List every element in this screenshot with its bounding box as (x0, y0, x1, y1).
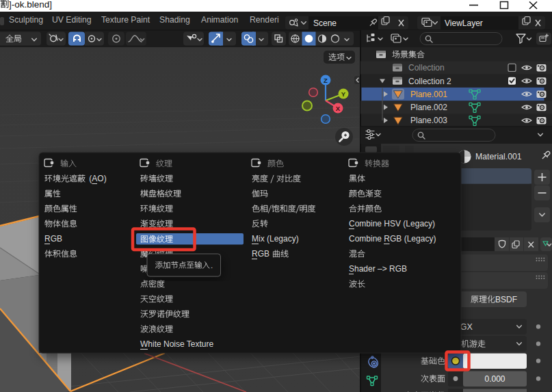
svg-text:UV Editing: UV Editing (52, 15, 92, 25)
svg-text:(AO): (AO) (87, 174, 107, 183)
svg-text:Combine RGB (Legacy): Combine RGB (Legacy) (349, 234, 436, 244)
svg-text:Plane.003: Plane.003 (410, 116, 447, 125)
svg-text:Shader –> RGB: Shader –> RGB (349, 264, 407, 274)
svg-text:X: X (336, 105, 341, 112)
svg-text:White Noise Texture: White Noise Texture (140, 339, 213, 349)
svg-text:Combine HSV (Legacy): Combine HSV (Legacy) (349, 219, 435, 228)
svg-text:Animation: Animation (201, 15, 238, 25)
svg-text:]-ok.blend]: ]-ok.blend] (9, 0, 52, 10)
svg-text:.: . (211, 261, 213, 270)
svg-text:RGB: RGB (44, 234, 62, 244)
svg-text:Material.001: Material.001 (475, 152, 522, 161)
svg-text:Z: Z (324, 77, 328, 84)
svg-text:BSDF: BSDF (495, 295, 517, 304)
svg-text:Scene: Scene (313, 18, 337, 28)
svg-text:Mix (Legacy): Mix (Legacy) (252, 234, 299, 244)
svg-text:Plane.002: Plane.002 (410, 103, 447, 112)
svg-text:Sculpting: Sculpting (9, 15, 43, 25)
svg-text:ViewLayer: ViewLayer (445, 18, 483, 28)
svg-text:Plane.001: Plane.001 (410, 90, 447, 99)
svg-text:Texture Paint: Texture Paint (101, 15, 150, 25)
svg-text:Y: Y (341, 90, 346, 98)
svg-text:0.000: 0.000 (484, 374, 505, 384)
svg-text:Shading: Shading (159, 15, 190, 25)
svg-text:Collection: Collection (408, 63, 445, 73)
svg-text:Collection 2: Collection 2 (408, 77, 451, 86)
svg-text:RGB: RGB (252, 249, 272, 259)
svg-text:Renderi: Renderi (250, 15, 279, 25)
